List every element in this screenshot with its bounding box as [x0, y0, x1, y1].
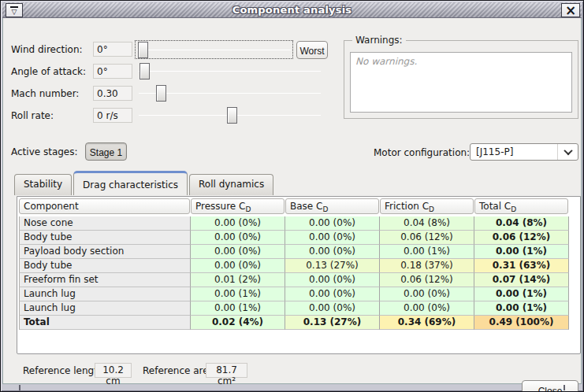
value-cell[interactable]: 0.00 (1%): [191, 301, 285, 316]
table-row[interactable]: Body tube0.00 (0%)0.00 (0%)0.06 (12%)0.0…: [19, 231, 569, 245]
value-cell[interactable]: 0.18 (37%): [380, 259, 474, 273]
value-cell[interactable]: 0.04 (8%): [474, 216, 569, 231]
active-stages-label: Active stages:: [11, 146, 78, 157]
close-icon: ×: [565, 4, 576, 17]
value-cell[interactable]: 0.00 (0%): [380, 287, 474, 301]
value-cell[interactable]: 0.13 (27%): [285, 259, 380, 273]
value-cell[interactable]: 0.07 (14%): [474, 273, 569, 287]
window-menu-icon: ▽: [10, 6, 18, 15]
column-header-total-c[interactable]: Total CD: [474, 198, 568, 214]
table-row[interactable]: Total0.02 (4%)0.13 (27%)0.34 (69%)0.49 (…: [19, 316, 569, 330]
wind-direction-value[interactable]: 0°: [93, 42, 132, 57]
table-row[interactable]: Freeform fin set0.01 (2%)0.00 (0%)0.06 (…: [19, 273, 569, 287]
value-cell[interactable]: 0.01 (2%): [191, 273, 285, 287]
close-button[interactable]: Close: [522, 380, 578, 392]
slider-thumb[interactable]: [138, 42, 148, 58]
warnings-group: Warnings: No warnings.: [344, 40, 578, 119]
column-header-base-c[interactable]: Base CD: [285, 198, 379, 214]
value-cell[interactable]: 0.06 (12%): [380, 231, 474, 245]
slider-thumb[interactable]: [139, 63, 150, 80]
roll-rate-label: Roll rate:: [11, 110, 54, 121]
value-cell[interactable]: 0.02 (4%): [191, 316, 285, 330]
analysis-tabbar: Stability Drag characteristics Roll dyna…: [14, 171, 275, 195]
component-cell[interactable]: Body tube: [19, 231, 191, 245]
mach-number-value[interactable]: 0.30: [93, 86, 132, 101]
value-cell[interactable]: 0.00 (1%): [380, 245, 474, 259]
value-cell[interactable]: 0.00 (0%): [285, 216, 380, 231]
title-bar[interactable]: Component analysis ▽ ×: [2, 2, 582, 18]
motor-configuration-select[interactable]: [J115-P]: [470, 143, 578, 161]
worst-button[interactable]: Worst: [296, 41, 328, 59]
column-header-label: Base C: [290, 201, 322, 212]
tab-drag-characteristics[interactable]: Drag characteristics: [73, 171, 188, 195]
drag-table-scrollpane: ComponentPressure CDBase CDFriction CDTo…: [17, 196, 581, 354]
value-cell[interactable]: 0.00 (0%): [285, 245, 380, 259]
slider-track[interactable]: [137, 50, 291, 50]
table-body: Nose cone0.00 (0%)0.00 (0%)0.04 (8%)0.04…: [19, 216, 569, 330]
column-header-label: Total C: [479, 201, 511, 212]
window-close-button[interactable]: ×: [561, 3, 580, 17]
component-cell[interactable]: Nose cone: [19, 216, 191, 231]
table-row[interactable]: Launch lug0.00 (1%)0.00 (0%)0.00 (0%)0.0…: [19, 287, 569, 301]
motor-configuration-label: Motor configuration:: [374, 147, 470, 158]
combo-arrow-zone[interactable]: [557, 144, 578, 160]
warnings-text-area: No warnings.: [350, 52, 572, 113]
component-cell[interactable]: Total: [19, 316, 191, 330]
value-cell[interactable]: 0.00 (0%): [191, 231, 285, 245]
roll-rate-slider[interactable]: [137, 106, 322, 125]
component-cell[interactable]: Payload body section: [19, 245, 191, 259]
table-row[interactable]: Body tube0.00 (0%)0.13 (27%)0.18 (37%)0.…: [19, 259, 569, 273]
resize-notch-right[interactable]: [564, 385, 565, 390]
column-header-subscript: D: [245, 205, 251, 213]
value-cell[interactable]: 0.00 (0%): [191, 216, 285, 231]
value-cell[interactable]: 0.06 (12%): [474, 231, 569, 245]
value-cell[interactable]: 0.00 (1%): [474, 287, 569, 301]
reference-area-value: 81.7 cm²: [206, 363, 247, 378]
component-cell[interactable]: Freeform fin set: [19, 273, 191, 287]
value-cell[interactable]: 0.00 (0%): [285, 287, 380, 301]
table-row[interactable]: Nose cone0.00 (0%)0.00 (0%)0.04 (8%)0.04…: [19, 216, 569, 231]
table-row[interactable]: Payload body section0.00 (0%)0.00 (0%)0.…: [19, 245, 569, 259]
reference-length-value: 10.2 cm: [95, 363, 132, 378]
motor-configuration-value: [J115-P]: [476, 146, 513, 157]
resize-notch-left[interactable]: [19, 385, 20, 390]
value-cell[interactable]: 0.00 (0%): [191, 259, 285, 273]
column-header-pressure-c[interactable]: Pressure CD: [191, 198, 285, 214]
roll-rate-value[interactable]: 0 r/s: [93, 108, 132, 123]
component-cell[interactable]: Launch lug: [19, 287, 191, 301]
value-cell[interactable]: 0.00 (0%): [380, 301, 474, 316]
table-row[interactable]: Launch lug0.00 (1%)0.00 (0%)0.00 (0%)0.0…: [19, 301, 569, 316]
column-header-component[interactable]: Component: [19, 198, 190, 214]
slider-thumb[interactable]: [156, 85, 166, 102]
value-cell[interactable]: 0.34 (69%): [380, 316, 474, 330]
stage-1-toggle-button[interactable]: Stage 1: [85, 142, 127, 161]
value-cell[interactable]: 0.31 (63%): [474, 259, 569, 273]
value-cell[interactable]: 0.13 (27%): [285, 316, 380, 330]
column-header-subscript: D: [429, 205, 434, 213]
value-cell[interactable]: 0.00 (1%): [474, 245, 569, 259]
value-cell[interactable]: 0.04 (8%): [380, 216, 474, 231]
tab-roll-dynamics[interactable]: Roll dynamics: [189, 174, 273, 195]
wind-direction-slider[interactable]: [135, 40, 293, 59]
mach-number-slider[interactable]: [137, 84, 322, 103]
window-menu-button[interactable]: ▽: [6, 3, 23, 17]
value-cell[interactable]: 0.00 (0%): [285, 231, 380, 245]
angle-of-attack-value[interactable]: 0°: [93, 64, 132, 79]
value-cell[interactable]: 0.00 (0%): [191, 245, 285, 259]
component-cell[interactable]: Launch lug: [19, 301, 191, 316]
slider-thumb[interactable]: [227, 107, 237, 124]
value-cell[interactable]: 0.00 (0%): [285, 273, 380, 287]
mach-number-label: Mach number:: [11, 88, 79, 99]
window-title: Component analysis: [2, 4, 582, 16]
tab-stability[interactable]: Stability: [14, 174, 72, 195]
column-header-friction-c[interactable]: Friction CD: [380, 198, 474, 214]
angle-of-attack-label: Angle of attack:: [11, 66, 86, 77]
value-cell[interactable]: 0.06 (12%): [380, 273, 474, 287]
slider-track[interactable]: [139, 71, 321, 72]
component-cell[interactable]: Body tube: [19, 259, 191, 273]
value-cell[interactable]: 0.00 (0%): [285, 301, 380, 316]
value-cell[interactable]: 0.49 (100%): [474, 316, 569, 330]
value-cell[interactable]: 0.00 (1%): [474, 301, 569, 316]
value-cell[interactable]: 0.00 (1%): [191, 287, 285, 301]
angle-of-attack-slider[interactable]: [137, 62, 322, 81]
